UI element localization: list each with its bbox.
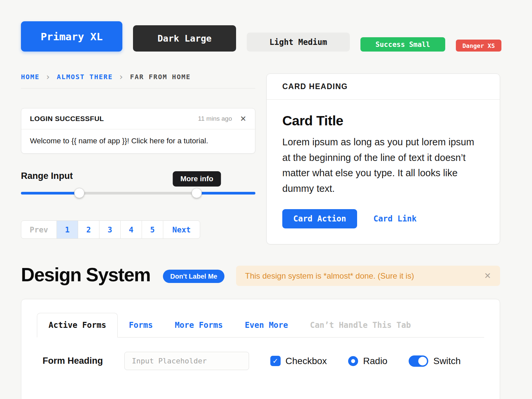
pagination-prev-button[interactable]: Prev (21, 220, 57, 239)
toast-header: LOGIN SUCCESSFUL 11 mins ago ✕ (21, 108, 255, 129)
radio-button[interactable] (348, 356, 358, 366)
close-icon[interactable]: ✕ (484, 272, 491, 280)
range-handle-max[interactable] (192, 188, 202, 198)
card-link[interactable]: Card Link (373, 214, 417, 223)
card: CARD HEADING Card Title Lorem ipsum as l… (266, 73, 500, 244)
breadcrumb-link-home[interactable]: HOME (21, 73, 40, 81)
pagination: Prev 1 2 3 4 5 Next (21, 220, 200, 239)
success-small-button[interactable]: Success Small (360, 37, 445, 52)
notification-toast: LOGIN SUCCESSFUL 11 mins ago ✕ Welcome t… (21, 108, 255, 154)
checkbox-label: Checkbox (286, 356, 327, 366)
breadcrumb-current: FAR FROM HOME (130, 73, 191, 81)
text-input[interactable] (124, 352, 249, 370)
slider-fill-right (197, 192, 255, 195)
card-body: Card Title Lorem ipsum as long as you pu… (267, 100, 500, 244)
toast-title: LOGIN SUCCESSFUL (30, 115, 198, 123)
toast-timestamp: 11 mins ago (198, 115, 232, 122)
card-heading: CARD HEADING (267, 74, 500, 100)
check-icon: ✓ (272, 357, 278, 365)
range-input-label: Range Input (21, 171, 73, 181)
primary-xl-button[interactable]: Primary XL (21, 21, 122, 52)
tab-bar: Active Forms Forms More Forms Even More … (37, 313, 484, 337)
pagination-page-4[interactable]: 4 (120, 220, 142, 239)
slider-tooltip: More info (173, 171, 221, 187)
checkbox-group: ✓ Checkbox (270, 356, 327, 366)
forms-panel: Active Forms Forms More Forms Even More … (21, 299, 500, 399)
toast-message[interactable]: Welcome to {{ name of app }}! Click here… (21, 129, 255, 153)
tab-active-forms[interactable]: Active Forms (37, 313, 118, 337)
breadcrumb: HOME › ALMOST THERE › FAR FROM HOME (21, 73, 255, 88)
switch-label: Switch (433, 356, 461, 366)
tab-cant-handle-this-tab: Can’t Handle This Tab (299, 313, 422, 337)
card-text: Lorem ipsum as long as you put lorem ips… (282, 134, 484, 197)
light-medium-button[interactable]: Light Medium (247, 33, 350, 52)
switch-group: Switch (409, 355, 461, 367)
form-row: Form Heading ✓ Checkbox Radio Switch (43, 352, 486, 370)
card-actions: Card Action Card Link (282, 209, 484, 228)
dark-large-button[interactable]: Dark Large (133, 25, 236, 52)
pagination-next-button[interactable]: Next (163, 220, 200, 239)
pagination-page-5[interactable]: 5 (142, 220, 163, 239)
card-title: Card Title (282, 113, 484, 129)
alert-banner: This design system is *almost* done. (Su… (236, 266, 500, 286)
alert-text: This design system is *almost* done. (Su… (245, 271, 484, 281)
radio-label: Radio (363, 356, 387, 366)
range-slider[interactable]: More info (21, 188, 255, 198)
checkbox[interactable]: ✓ (270, 356, 281, 366)
tab-even-more[interactable]: Even More (234, 313, 299, 337)
page-title: Design System (21, 264, 150, 286)
switch-knob (418, 357, 427, 365)
close-icon[interactable]: ✕ (240, 115, 246, 123)
tab-more-forms[interactable]: More Forms (164, 313, 234, 337)
slider-fill-left (21, 192, 79, 195)
radio-group: Radio (348, 356, 387, 366)
dont-label-me-badge: Don't Label Me (163, 270, 224, 283)
card-action-button[interactable]: Card Action (282, 209, 357, 228)
pagination-page-3[interactable]: 3 (99, 220, 121, 239)
breadcrumb-link-almost-there[interactable]: ALMOST THERE (57, 73, 113, 81)
chevron-right-icon: › (118, 73, 124, 80)
button-row: Primary XL Dark Large Light Medium Succe… (21, 21, 501, 52)
chevron-right-icon: › (45, 73, 51, 80)
pagination-page-2[interactable]: 2 (78, 220, 99, 239)
danger-xs-button[interactable]: Danger XS (456, 40, 501, 52)
switch-toggle[interactable] (409, 355, 428, 367)
form-heading: Form Heading (43, 356, 103, 366)
pagination-page-1[interactable]: 1 (57, 220, 78, 239)
range-handle-min[interactable] (74, 188, 84, 198)
tab-forms[interactable]: Forms (118, 313, 164, 337)
